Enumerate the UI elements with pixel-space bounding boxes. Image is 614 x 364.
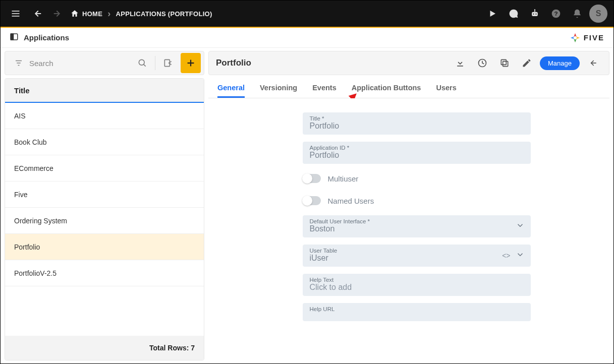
breadcrumb: HOME › APPLICATIONS (PORTFOLIO)	[70, 9, 212, 19]
history-icon[interactable]	[473, 54, 491, 72]
list-item[interactable]: Book Club	[5, 129, 204, 155]
import-icon[interactable]	[159, 54, 177, 72]
user-table-field[interactable]: User Table iUser <>	[303, 245, 531, 267]
form-area: Title * Portfolio Application ID * Portf…	[208, 98, 609, 360]
filter-icon[interactable]	[10, 54, 27, 72]
field-label: Application ID *	[310, 145, 524, 151]
list-item[interactable]: AIS	[5, 103, 204, 129]
robot-icon[interactable]	[526, 5, 544, 23]
help-text-field[interactable]: Help Text Click to add	[303, 274, 531, 296]
list-item[interactable]: Portfolio	[5, 234, 204, 260]
bell-icon[interactable]	[568, 5, 586, 23]
field-value: Boston	[310, 224, 524, 233]
list-item-label: PortfolioV-2.5	[14, 269, 57, 277]
help-icon[interactable]: ?	[547, 5, 565, 23]
field-label: Default User Interface *	[310, 218, 524, 224]
total-rows-label: Total Rows: 7	[149, 344, 195, 352]
help-url-field[interactable]: Help URL	[303, 303, 531, 321]
svg-line-23	[144, 65, 146, 67]
svg-rect-6	[532, 12, 538, 16]
svg-marker-18	[574, 38, 577, 42]
tab-users[interactable]: Users	[436, 84, 456, 98]
search-input[interactable]	[29, 59, 132, 68]
hamburger-icon[interactable]	[7, 5, 25, 23]
svg-marker-17	[576, 36, 579, 39]
named-users-toggle[interactable]	[303, 196, 321, 205]
page-header: Applications FIVE	[1, 28, 613, 48]
svg-text:?: ?	[554, 10, 557, 17]
toggle-label: Multiuser	[328, 174, 359, 183]
detail-title: Portfolio	[216, 58, 251, 68]
code-icon[interactable]: <>	[502, 252, 510, 260]
default-ui-field[interactable]: Default User Interface * Boston	[303, 215, 531, 237]
tab-application-buttons[interactable]: Application Buttons	[352, 84, 421, 98]
avatar[interactable]: S	[589, 5, 607, 23]
crumb-label: APPLICATIONS (PORTFOLIO)	[116, 10, 212, 18]
tab-strip: General Versioning Events Application Bu…	[208, 75, 609, 98]
list-header[interactable]: Title	[5, 79, 204, 103]
search-icon[interactable]	[134, 54, 151, 72]
detail-header: Portfolio Manage	[208, 51, 609, 75]
top-bar: HOME › APPLICATIONS (PORTFOLIO) ? S	[1, 1, 613, 27]
multiuser-toggle[interactable]	[303, 174, 321, 183]
list-footer: Total Rows: 7	[5, 336, 204, 360]
edit-icon[interactable]	[518, 54, 536, 72]
list-item[interactable]: Ordering System	[5, 208, 204, 234]
list-item[interactable]: PortfolioV-2.5	[5, 260, 204, 286]
title-field[interactable]: Title * Portfolio	[303, 112, 531, 135]
list-header-label: Title	[14, 86, 30, 95]
play-icon[interactable]	[483, 5, 501, 23]
breadcrumb-home[interactable]: HOME	[70, 9, 102, 18]
field-label: User Table	[310, 248, 524, 254]
forward-icon	[49, 5, 67, 23]
field-label: Help URL	[310, 306, 524, 312]
search-bar	[5, 51, 204, 75]
brand-name: FIVE	[584, 33, 604, 42]
divider	[155, 56, 155, 70]
svg-point-7	[533, 14, 534, 15]
multiuser-toggle-row: Multiuser	[303, 171, 531, 186]
field-label: Help Text	[310, 277, 524, 283]
svg-marker-16	[570, 36, 574, 39]
application-id-field[interactable]: Application ID * Portfolio	[303, 142, 531, 164]
list-item-label: AIS	[14, 112, 26, 120]
list-item-label: Ordering System	[14, 217, 67, 225]
download-icon[interactable]	[451, 54, 469, 72]
back-icon[interactable]	[28, 5, 46, 23]
svg-point-22	[139, 59, 144, 65]
copy-icon[interactable]	[495, 54, 514, 72]
list-item[interactable]: Five	[5, 181, 204, 208]
svg-marker-15	[574, 33, 577, 36]
tab-events[interactable]: Events	[312, 84, 337, 98]
list-item-label: Five	[14, 191, 27, 199]
avatar-letter: S	[596, 9, 601, 18]
svg-rect-28	[503, 62, 508, 67]
tab-general[interactable]: General	[217, 84, 245, 98]
breadcrumb-applications[interactable]: APPLICATIONS (PORTFOLIO)	[116, 10, 212, 18]
named-users-toggle-row: Named Users	[303, 193, 531, 208]
manage-button[interactable]: Manage	[540, 56, 580, 70]
chevron-down-icon	[516, 250, 525, 261]
svg-marker-5	[490, 11, 496, 17]
chevron-right-icon: ›	[107, 9, 110, 19]
applications-list: Title AIS Book Club ECommerce Five Order…	[5, 78, 204, 360]
page-title: Applications	[24, 33, 69, 42]
list-item-label: Book Club	[14, 138, 47, 146]
home-label: HOME	[82, 10, 102, 18]
tab-versioning[interactable]: Versioning	[260, 84, 297, 98]
svg-point-10	[534, 9, 535, 10]
add-button[interactable]	[181, 53, 201, 73]
field-label: Title *	[310, 115, 524, 122]
comment-icon[interactable]	[505, 5, 523, 23]
back-arrow-icon[interactable]	[584, 54, 602, 72]
list-item-label: Portfolio	[14, 243, 40, 251]
sidebar-toggle-icon[interactable]	[10, 32, 19, 43]
field-value: Click to add	[310, 283, 524, 292]
chevron-down-icon	[516, 221, 525, 232]
field-value: Portfolio	[310, 122, 524, 131]
field-value: Portfolio	[310, 151, 524, 160]
list-item[interactable]: ECommerce	[5, 155, 204, 181]
toggle-label: Named Users	[328, 197, 374, 205]
svg-point-8	[535, 14, 536, 15]
svg-rect-14	[11, 34, 13, 40]
